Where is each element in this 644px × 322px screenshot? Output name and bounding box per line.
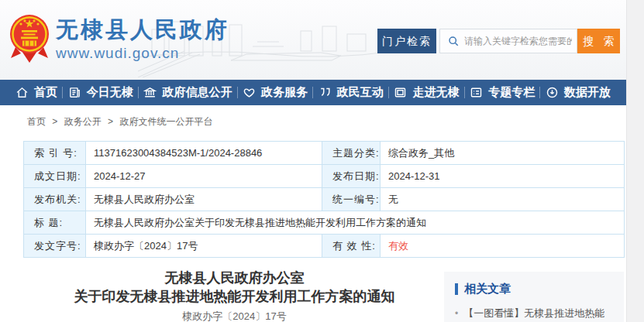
validity-label: 有 效 性: bbox=[322, 235, 381, 258]
related-articles-header: 相关文章 bbox=[455, 282, 613, 296]
breadcrumb-separator: > bbox=[108, 116, 113, 127]
nav-item-home[interactable]: 首页 bbox=[15, 85, 57, 100]
index-no-label: 索 引 号: bbox=[24, 142, 86, 165]
nav-separator bbox=[539, 87, 540, 98]
dialogue-icon bbox=[319, 86, 332, 99]
unified-no-value: 无 bbox=[381, 188, 625, 211]
topic-value: 综合政务_其他 bbox=[381, 142, 625, 165]
topic-label: 主题分类: bbox=[322, 142, 381, 165]
table-row: 标 题: 无棣县人民政府办公室关于印发无棣县推进地热能开发利用工作方案的通知 bbox=[24, 211, 625, 235]
document-header: 无棣县人民政府办公室 关于印发无棣县推进地热能开发利用工作方案的通知 棣政办字〔… bbox=[23, 269, 446, 322]
portal-search-button[interactable]: 门户检索 bbox=[377, 29, 436, 53]
nav-item-today[interactable]: 今日无棣 bbox=[68, 85, 133, 100]
nav-item-open-data[interactable]: 数据开放 bbox=[546, 85, 611, 100]
publish-date-label: 发布日期: bbox=[322, 165, 381, 188]
document-title-line2: 关于印发无棣县推进地热能开发利用工作方案的通知 bbox=[23, 287, 446, 306]
breadcrumb-separator: > bbox=[52, 116, 57, 127]
site-header: 无棣县人民政府 www.wudi.gov.cn 门户检索 搜 索 bbox=[0, 0, 626, 80]
search-box[interactable] bbox=[439, 29, 577, 53]
bullet: • bbox=[455, 306, 458, 322]
nav-item-topics[interactable]: 专题专栏 bbox=[470, 85, 535, 100]
government-building-icon bbox=[143, 86, 157, 99]
nav-separator bbox=[62, 87, 63, 98]
site-brand: 无棣县人民政府 www.wudi.gov.cn bbox=[56, 16, 229, 62]
doc-no-label: 发文字号: bbox=[24, 235, 86, 258]
nav-label: 政民互动 bbox=[337, 85, 384, 100]
unified-no-label: 统一编号: bbox=[322, 188, 381, 211]
nav-label: 政府信息公开 bbox=[162, 85, 232, 100]
related-articles-title: 相关文章 bbox=[464, 282, 511, 296]
related-article-link[interactable]: • 【一图看懂】无棣县推进地热能开发利用工作方案 bbox=[455, 306, 613, 322]
doc-no-value: 棣政办字〔2024〕17号 bbox=[86, 235, 322, 258]
document-number: 棣政办字〔2024〕17号 bbox=[23, 310, 446, 322]
title-label: 标 题: bbox=[24, 211, 86, 235]
nav-label: 今日无棣 bbox=[87, 85, 133, 100]
breadcrumb-gov-open[interactable]: 政务公开 bbox=[64, 116, 102, 127]
scrollbar-track[interactable] bbox=[626, 0, 644, 322]
search-button[interactable]: 搜 索 bbox=[577, 29, 620, 53]
nav-separator bbox=[388, 87, 389, 98]
document-title-line1: 无棣县人民政府办公室 bbox=[23, 269, 446, 287]
nav-label: 专题专栏 bbox=[488, 85, 535, 100]
publisher-value: 无棣县人民政府办公室 bbox=[86, 188, 322, 211]
nav-label: 数据开放 bbox=[564, 85, 611, 100]
nav-item-gov-info[interactable]: 政府信息公开 bbox=[143, 85, 232, 100]
search-icon bbox=[447, 35, 460, 47]
page: 无棣县人民政府 www.wudi.gov.cn 门户检索 搜 索 首页 bbox=[0, 0, 626, 322]
nav-separator bbox=[237, 87, 238, 98]
document-meta-table: 索 引 号: 11371623004384523M-1/2024-28846 主… bbox=[23, 141, 625, 258]
breadcrumb: 首页 > 政务公开 > 政府文件统一公开平台 bbox=[27, 115, 212, 128]
nav-separator bbox=[138, 87, 139, 98]
cloud-download-icon bbox=[546, 86, 559, 99]
table-row: 索 引 号: 11371623004384523M-1/2024-28846 主… bbox=[24, 142, 625, 165]
breadcrumb-home[interactable]: 首页 bbox=[27, 116, 46, 127]
written-date-label: 成文日期: bbox=[24, 165, 86, 188]
validity-value: 有效 bbox=[381, 235, 625, 258]
nav-item-services[interactable]: 政务服务 bbox=[243, 85, 308, 100]
title-value: 无棣县人民政府办公室关于印发无棣县推进地热能开发利用工作方案的通知 bbox=[86, 211, 625, 235]
accent-bar bbox=[455, 283, 458, 295]
index-no-value: 11371623004384523M-1/2024-28846 bbox=[86, 142, 322, 165]
publisher-label: 发布机关: bbox=[24, 188, 86, 211]
heart-service-icon bbox=[243, 86, 256, 99]
related-article-text: 【一图看懂】无棣县推进地热能开发利用工作方案 bbox=[463, 306, 613, 322]
table-row: 发布机关: 无棣县人民政府办公室 统一编号: 无 bbox=[24, 188, 625, 211]
main-nav: 首页 今日无棣 政府信息公开 政务服务 bbox=[0, 80, 626, 105]
breadcrumb-platform[interactable]: 政府文件统一公开平台 bbox=[119, 116, 212, 127]
scenery-icon bbox=[394, 86, 407, 99]
site-url: www.wudi.gov.cn bbox=[56, 45, 229, 62]
nav-item-about[interactable]: 走进无棣 bbox=[394, 85, 459, 100]
nav-label: 首页 bbox=[34, 85, 57, 100]
site-title: 无棣县人民政府 bbox=[56, 16, 229, 43]
nav-separator bbox=[464, 87, 465, 98]
home-icon bbox=[15, 86, 29, 99]
table-row: 发文字号: 棣政办字〔2024〕17号 有 效 性: 有效 bbox=[24, 235, 625, 258]
national-emblem-logo bbox=[9, 13, 50, 64]
nav-label: 政务服务 bbox=[261, 85, 308, 100]
table-row: 成文日期: 2024-12-27 发布日期: 2024-12-31 bbox=[24, 165, 625, 188]
nav-separator bbox=[312, 87, 313, 98]
nav-item-interaction[interactable]: 政民互动 bbox=[319, 85, 384, 100]
publish-date-value: 2024-12-31 bbox=[381, 165, 625, 188]
related-articles-panel: 相关文章 • 【一图看懂】无棣县推进地热能开发利用工作方案 bbox=[444, 272, 624, 322]
search-input[interactable] bbox=[464, 36, 572, 46]
written-date-value: 2024-12-27 bbox=[86, 165, 322, 188]
news-icon bbox=[68, 86, 81, 99]
list-icon bbox=[470, 86, 483, 99]
nav-label: 走进无棣 bbox=[412, 85, 459, 100]
